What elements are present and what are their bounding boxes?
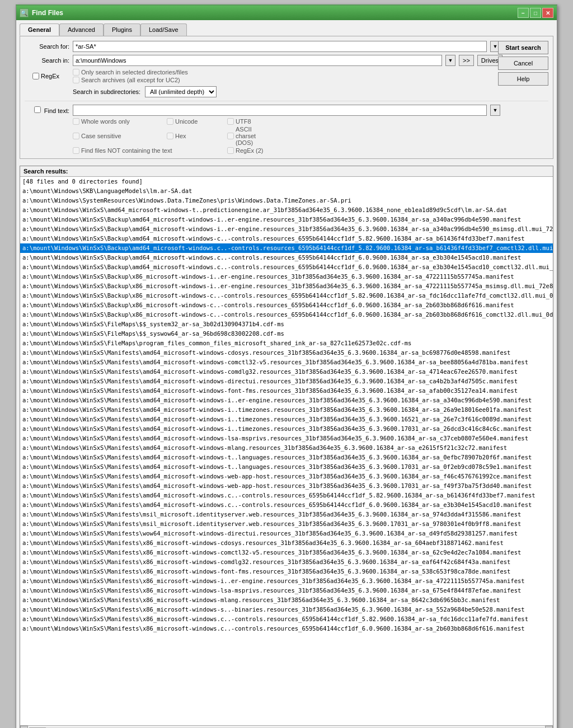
list-item[interactable]: a:\mount\Windows\WinSxS\Manifests\amd64_… <box>20 424 553 434</box>
scroll-left-button[interactable]: ◄ <box>20 726 28 729</box>
list-item[interactable]: a:\mount\Windows\WinSxS\Manifests\amd64_… <box>20 481 553 491</box>
ascii-checkbox[interactable] <box>227 133 234 139</box>
list-item[interactable]: a:\mount\Windows\WinSxS\Manifests\amd64_… <box>20 434 553 443</box>
tab-advanced[interactable]: Advanced <box>59 24 104 36</box>
browse-button[interactable]: >> <box>459 55 474 66</box>
list-item[interactable]: a:\mount\Windows\WinSxS\Manifests\amd64_… <box>20 453 553 462</box>
search-for-input[interactable] <box>73 41 487 52</box>
find-text-checkbox[interactable] <box>34 106 41 113</box>
search-for-label: Search for: <box>25 43 69 50</box>
list-item[interactable]: a:\mount\Windows\WinSxS\Manifests\amd64_… <box>20 405 553 415</box>
list-item[interactable]: a:\mount\Windows\SystemResources\Windows… <box>20 196 553 205</box>
help-button[interactable]: Help <box>498 72 548 86</box>
utf8-label: UTF8 <box>227 118 265 125</box>
list-item[interactable]: a:\mount\Windows\WinSxS\Backup\amd64_mic… <box>20 234 553 243</box>
find-text-input[interactable] <box>73 105 487 116</box>
list-item[interactable]: a:\mount\Windows\WinSxS\Manifests\amd64_… <box>20 358 553 367</box>
search-in-row: Search in: ▼ >> Drives <box>25 55 548 66</box>
find-text-dropdown[interactable]: ▼ <box>490 105 500 116</box>
list-item[interactable]: a:\mount\Windows\WinSxS\Manifests\amd64_… <box>20 491 553 500</box>
regex-checkbox-label[interactable]: RegEx <box>32 73 59 79</box>
not-containing-checkbox[interactable] <box>73 147 79 154</box>
tab-loadsave[interactable]: Load/Save <box>140 24 187 36</box>
regex-row: RegEx Only search in selected directorie… <box>25 69 548 83</box>
list-item[interactable]: a:\mount\Windows\WinSxS\Manifests\amd64_… <box>20 462 553 472</box>
search-in-dropdown[interactable]: ▼ <box>445 55 455 66</box>
list-item[interactable]: a:\mount\Windows\WinSxS\Manifests\amd64_… <box>20 377 553 386</box>
cancel-button[interactable]: Cancel <box>498 57 548 70</box>
window-title: Find Files <box>32 9 63 17</box>
only-selected-checkbox[interactable] <box>73 69 79 76</box>
top-section: General Advanced Plugins Load/Save Start… <box>16 20 557 162</box>
tab-plugins[interactable]: Plugins <box>104 24 140 36</box>
list-item[interactable]: a:\mount\Windows\WinSxS\FileMaps\$$_sysw… <box>20 329 553 339</box>
search-archives-checkbox[interactable] <box>73 77 79 83</box>
search-for-row: Search for: ▼ <box>25 41 548 52</box>
hex-checkbox[interactable] <box>167 133 173 139</box>
list-item[interactable]: a:\mount\Windows\WinSxS\Manifests\x86_mi… <box>20 605 553 614</box>
list-item[interactable]: a:\mount\Windows\WinSxS\Manifests\x86_mi… <box>20 624 553 633</box>
find-files-window: 🔍 Find Files − □ ✕ General Advanced Plug… <box>16 4 557 728</box>
list-item[interactable]: a:\mount\Windows\WinSxS\Manifests\amd64_… <box>20 472 553 481</box>
list-item[interactable]: a:\mount\Windows\WinSxS\Manifests\x86_mi… <box>20 567 553 576</box>
maximize-button[interactable]: □ <box>530 8 541 18</box>
title-bar: 🔍 Find Files − □ ✕ <box>16 6 557 20</box>
list-item[interactable]: a:\mount\Windows\WinSxS\Manifests\x86_mi… <box>20 557 553 567</box>
regex2-checkbox[interactable] <box>227 147 234 154</box>
list-item[interactable]: a:\mount\Windows\WinSxS\Backup\x86_micro… <box>20 272 553 281</box>
search-archives-label[interactable]: Search archives (all except for UC2) <box>73 77 188 83</box>
close-button[interactable]: ✕ <box>542 8 553 18</box>
list-item[interactable]: a:\mount\Windows\WinSxS\Backup\amd64_mic… <box>20 224 553 234</box>
list-item[interactable]: a:\mount\Windows\WinSxS\Manifests\msil_m… <box>20 510 553 519</box>
list-item[interactable]: a:\mount\Windows\WinSxS\Backup\x86_micro… <box>20 300 553 310</box>
scroll-right-button[interactable]: ► <box>545 726 553 729</box>
only-selected-label[interactable]: Only search in selected directories/file… <box>73 69 188 76</box>
list-item[interactable]: a:\mount\Windows\WinSxS\Backup\amd64_mic… <box>20 262 553 272</box>
list-item[interactable]: a:\mount\Windows\WinSxS\Manifests\x86_mi… <box>20 538 553 548</box>
list-item[interactable]: a:\mount\Windows\WinSxS\Manifests\x86_mi… <box>20 576 553 586</box>
start-search-button[interactable]: Start search <box>498 41 548 54</box>
subdirs-row: Search in subdirectories: All (unlimited… <box>25 86 548 97</box>
search-in-label: Search in: <box>25 57 69 64</box>
list-item[interactable]: a:\mount\Windows\WinSxS\Manifests\x86_mi… <box>20 548 553 557</box>
list-item[interactable]: a:\mount\Windows\WinSxS\Manifests\amd64_… <box>20 443 553 453</box>
list-item[interactable]: a:\mount\Windows\WinSxS\Manifests\amd64_… <box>20 348 553 358</box>
list-item[interactable]: a:\mount\Windows\WinSxS\Backup\amd64_mic… <box>20 243 553 253</box>
list-item[interactable]: a:\mount\Windows\WinSxS\Manifests\amd64_… <box>20 500 553 510</box>
list-item[interactable]: a:\mount\Windows\WinSxS\Manifests\x86_mi… <box>20 586 553 595</box>
whole-words-label: Whole words only <box>73 118 156 125</box>
subdirs-select[interactable]: All (unlimited depth) <box>145 86 217 97</box>
results-list[interactable]: [48 files and 0 directories found]a:\mou… <box>20 177 553 725</box>
list-item[interactable]: a:\mount\Windows\WinSxS\Manifests\wow64_… <box>20 529 553 538</box>
search-in-input[interactable] <box>73 55 442 66</box>
regex2-label: RegEx (2) <box>227 147 265 154</box>
unicode-checkbox[interactable] <box>167 118 173 125</box>
horizontal-scrollbar[interactable]: ◄ ► <box>20 725 553 728</box>
list-item[interactable]: a:\mount\Windows\WinSxS\Backup\amd64_mic… <box>20 253 553 262</box>
list-item[interactable]: a:\mount\Windows\WinSxS\Manifests\amd64_… <box>20 386 553 396</box>
case-sensitive-checkbox[interactable] <box>73 133 79 139</box>
list-item[interactable]: a:\mount\Windows\WinSxS\Manifests\amd64_… <box>20 396 553 405</box>
list-item[interactable]: a:\mount\Windows\WinSxS\FileMaps\$$_syst… <box>20 320 553 329</box>
list-item[interactable]: a:\mount\Windows\SKB\LanguageModels\lm.a… <box>20 186 553 196</box>
list-item[interactable]: a:\mount\Windows\WinSxS\Manifests\amd64_… <box>20 415 553 424</box>
list-item[interactable]: a:\mount\Windows\WinSxS\amd64_microsoft-… <box>20 205 553 215</box>
list-item[interactable]: a:\mount\Windows\WinSxS\Manifests\amd64_… <box>20 367 553 377</box>
list-item[interactable]: a:\mount\Windows\WinSxS\Backup\x86_micro… <box>20 310 553 320</box>
whole-words-checkbox[interactable] <box>73 118 79 125</box>
regex-checkbox[interactable] <box>32 73 39 79</box>
list-item[interactable]: a:\mount\Windows\WinSxS\Manifests\msil_m… <box>20 519 553 529</box>
tab-general[interactable]: General <box>20 24 59 36</box>
list-item[interactable]: a:\mount\Windows\WinSxS\Backup\x86_micro… <box>20 291 553 300</box>
unicode-label: Unicode <box>167 118 216 125</box>
minimize-button[interactable]: − <box>518 8 529 18</box>
title-buttons: − □ ✕ <box>518 8 553 18</box>
results-summary: [48 files and 0 directories found] <box>20 177 553 186</box>
list-item[interactable]: a:\mount\Windows\WinSxS\Manifests\x86_mi… <box>20 595 553 605</box>
utf8-checkbox[interactable] <box>227 118 234 125</box>
search-panel: Start search Cancel Help Search for: ▼ S… <box>20 36 553 159</box>
list-item[interactable]: a:\mount\Windows\WinSxS\Backup\x86_micro… <box>20 281 553 291</box>
list-item[interactable]: a:\mount\Windows\WinSxS\Backup\amd64_mic… <box>20 215 553 224</box>
list-item[interactable]: a:\mount\Windows\WinSxS\Manifests\x86_mi… <box>20 614 553 624</box>
list-item[interactable]: a:\mount\Windows\WinSxS\FileMaps\program… <box>20 339 553 348</box>
